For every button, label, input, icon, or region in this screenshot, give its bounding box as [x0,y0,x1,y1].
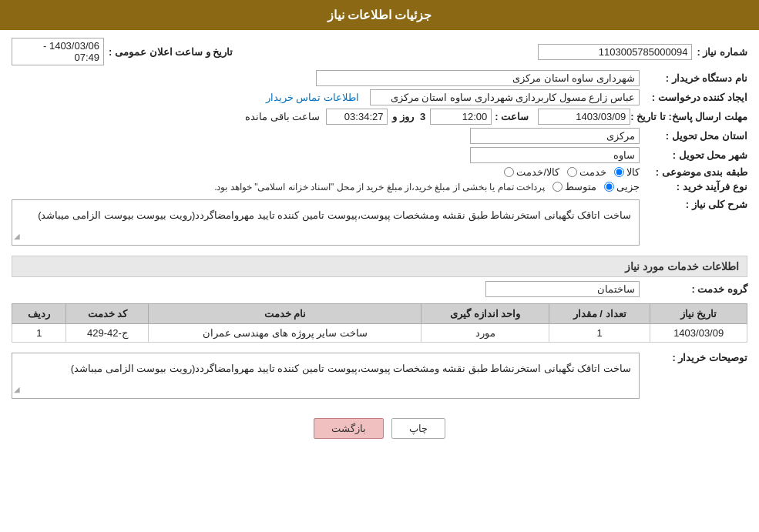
contact-info-link[interactable]: اطلاعات تماس خریدار [266,92,359,103]
sharh-label: شرح کلی نیاز : [640,196,747,210]
radio-kala-input[interactable] [614,167,624,177]
radio-mottavaset-input[interactable] [552,182,563,192]
row-grohe: گروه خدمت : ساختمان [12,281,747,297]
shahr-label: شهر محل تحویل : [640,149,747,161]
mohlat-label: مهلت ارسال پاسخ: تا تاریخ : [630,111,747,122]
col-nam: نام خدمت [149,304,421,324]
tosif-value: ساخت اتاقک نگهبانی استخرنشاط طبق نقشه وم… [12,353,640,399]
page-title: جزئیات اطلاعات نیاز [0,0,759,30]
services-table: تاریخ نیاز تعداد / مقدار واحد اندازه گیر… [12,303,747,343]
nav-farayand-radio-group: متوسط جزیی [552,181,640,192]
rooz-label: روز و [392,111,414,122]
saat-label: ساعت : [495,111,529,122]
ostan-value: مرکزی [470,128,640,144]
print-button[interactable]: چاپ [391,418,445,439]
col-kod: کد خدمت [66,304,149,324]
col-radif: ردیف [12,304,66,324]
shahr-value: ساوه [470,147,640,163]
row-mohlat: مهلت ارسال پاسخ: تا تاریخ : 1403/03/09 س… [12,109,747,125]
footer-buttons: چاپ بازگشت [12,409,747,448]
row-sharh: شرح کلی نیاز : ساخت اتاقک نگهبانی استخرن… [12,196,747,249]
cell-tedaad: 1 [549,324,650,343]
tarikh-elaan-value: 1403/03/06 - 07:49 [12,38,104,65]
radio-kala-khadamat: کالا/خدمت [504,166,559,178]
tosif-label: توصیحات خریدار : [640,349,747,363]
radio-kala-label: کالا [626,166,640,178]
shomare-niaz-value: 1103005785000094 [538,44,692,60]
radio-kala-khadamat-label: کالا/خدمت [516,166,559,178]
radio-mottavaset: متوسط [552,181,596,192]
nam-dastgah-value: شهرداری ساوه استان مرکزی [316,70,640,86]
sharh-value: ساخت اتاقک نگهبانی استخرنشاط طبق نقشه وم… [12,199,640,246]
cell-nam: ساخت سایر پروژه های مهندسی عمران [149,324,421,343]
back-button[interactable]: بازگشت [314,418,384,439]
nav-farayand-desc: پرداخت تمام یا بخشی از مبلغ خرید،از مبلغ… [214,182,545,192]
col-vahed: واحد اندازه گیری [421,304,549,324]
saat-baqi-value: 03:34:27 [326,109,388,125]
ostan-label: استان محل تحویل : [640,130,747,142]
ijad-konande-label: ایجاد کننده درخواست : [640,92,747,103]
cell-tarikh: 1403/03/09 [650,324,747,343]
radio-mottavaset-label: متوسط [565,181,596,192]
col-tarikh: تاریخ نیاز [650,304,747,324]
grohe-label: گروه خدمت : [640,283,747,295]
radio-jozii: جزیی [604,181,640,192]
main-content: شماره نیاز : 1103005785000094 تاریخ و سا… [0,30,759,456]
radio-jozii-input[interactable] [604,182,614,192]
resize-icon-2: ◢ [14,383,20,396]
cell-kod: ج-42-429 [66,324,149,343]
tabaqe-label: طبقه بندی موضوعی : [640,166,747,178]
grohe-value: ساختمان [485,281,640,297]
saat-baqi-label: ساعت باقی مانده [245,111,320,122]
shomare-niaz-group: شماره نیاز : 1103005785000094 [538,44,747,60]
tabaqe-radio-group: کالا/خدمت خدمت کالا [504,166,640,178]
row-tabaqe: طبقه بندی موضوعی : کالا/خدمت خدمت کالا [12,166,747,178]
col-tedaad: تعداد / مقدار [549,304,650,324]
row-shahr: شهر محل تحویل : ساوه [12,147,747,163]
table-row: 1403/03/09 1 مورد ساخت سایر پروژه های مه… [12,324,747,343]
tarikh-value: 1403/03/09 [538,109,630,125]
nam-dastgah-label: نام دستگاه خریدار : [640,72,747,84]
row-ijad-konande: ایجاد کننده درخواست : عباس زارع مسول کار… [12,89,747,105]
tarikh-elaan-group: تاریخ و ساعت اعلان عمومی : 1403/03/06 - … [12,38,233,65]
row-tosif: توصیحات خریدار : ساخت اتاقک نگهبانی استخ… [12,349,747,403]
radio-kala: کالا [614,166,640,178]
page-wrapper: جزئیات اطلاعات نیاز شماره نیاز : 1103005… [0,0,759,532]
nav-farayand-label: نوع فرآیند خرید : [640,181,747,192]
shomare-niaz-label: شماره نیاز : [697,46,747,58]
tarikh-elaan-label: تاریخ و ساعت اعلان عمومی : [109,46,233,58]
radio-jozii-label: جزیی [616,181,640,192]
khadamat-section-title: اطلاعات خدمات مورد نیاز [12,256,747,277]
resize-icon: ◢ [14,229,20,243]
radio-khadamat: خدمت [567,166,606,178]
radio-khadamat-label: خدمت [579,166,606,178]
radio-kala-khadamat-input[interactable] [504,167,514,177]
saat-value: 12:00 [430,109,492,125]
ijad-konande-value: عباس زارع مسول کاربردازی شهرداری ساوه اس… [370,89,640,105]
row-shomare: شماره نیاز : 1103005785000094 تاریخ و سا… [12,38,747,65]
radio-khadamat-input[interactable] [567,167,577,177]
rooz-value: 3 [420,111,425,122]
cell-vahed: مورد [421,324,549,343]
cell-radif: 1 [12,324,66,343]
row-nav-farayand: نوع فرآیند خرید : متوسط جزیی پرداخت تمام… [12,181,747,192]
row-ostan: استان محل تحویل : مرکزی [12,128,747,144]
row-nam-dastgah: نام دستگاه خریدار : شهرداری ساوه استان م… [12,70,747,86]
